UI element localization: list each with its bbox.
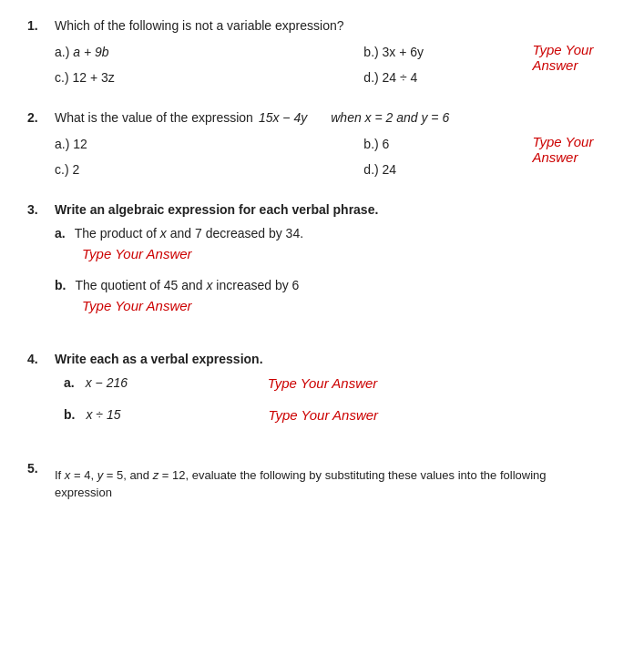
- q2-answer-button[interactable]: Type Your Answer: [532, 134, 617, 165]
- q3a-text: The product of x and 7 decreased by 34.: [75, 226, 303, 241]
- q1-number: 1.: [27, 18, 55, 88]
- q1-opt-c-val: 12 + 3z: [72, 70, 114, 85]
- q1-option-a: a.) a + 9b: [55, 42, 363, 62]
- q4b-label: b.: [64, 407, 75, 422]
- q3-sub-a: a. The product of x and 7 decreased by 3…: [55, 226, 617, 261]
- question-4: 4. Write each as a verbal expression. a.…: [27, 352, 617, 439]
- q1-content: Which of the following is not a variable…: [55, 18, 617, 88]
- q5-number: 5.: [27, 461, 55, 502]
- q2-opt-d-val: 24: [383, 162, 397, 177]
- q2-option-b: b.) 6: [363, 134, 532, 154]
- q2-option-c: c.) 2: [55, 159, 363, 179]
- q1-opt-c-label: c.): [55, 70, 69, 85]
- q1-opt-d-label: d.): [363, 70, 378, 85]
- question-1: 1. Which of the following is not a varia…: [27, 18, 617, 88]
- q2-option-d: d.) 24: [363, 159, 532, 179]
- q4a-label: a.: [64, 375, 75, 390]
- question-3: 3. Write an algebraic expression for eac…: [27, 202, 617, 330]
- q3a-answer-button[interactable]: Type Your Answer: [82, 246, 192, 261]
- q1-opt-b-label: b.): [363, 45, 378, 59]
- q4-content: Write each as a verbal expression. a. x …: [55, 352, 617, 439]
- q1-opt-a-val: a + 9b: [73, 45, 108, 59]
- q4a-expr: x − 216: [86, 375, 231, 390]
- q2-opt-a-label: a.): [55, 137, 69, 151]
- q3-title: Write an algebraic expression for each v…: [55, 202, 617, 217]
- q5-text: If x = 4, y = 5, and z = 12, evaluate th…: [55, 466, 617, 502]
- q2-option-a: a.) 12: [55, 134, 363, 154]
- q2-opt-c-val: 2: [72, 162, 79, 177]
- q3a-label: a.: [55, 226, 66, 241]
- q4-sub-a: a. x − 216 Type Your Answer: [55, 375, 617, 391]
- q3-number: 3.: [27, 202, 55, 330]
- q1-option-d: d.) 24 ÷ 4: [363, 67, 532, 87]
- q3b-label: b.: [55, 278, 66, 292]
- q2-expression: 15x − 4y: [259, 110, 307, 125]
- q3-content: Write an algebraic expression for each v…: [55, 202, 617, 330]
- q5-content: If x = 4, y = 5, and z = 12, evaluate th…: [55, 461, 617, 502]
- q4b-expr: x ÷ 15: [86, 407, 231, 422]
- q2-number: 2.: [27, 110, 55, 180]
- q1-opt-b-val: 3x + 6y: [383, 45, 424, 59]
- q1-option-b: b.) 3x + 6y: [363, 42, 532, 62]
- q1-opt-d-val: 24 ÷ 4: [383, 70, 418, 85]
- q2-opt-b-val: 6: [383, 137, 390, 151]
- q3b-answer-button[interactable]: Type Your Answer: [82, 298, 192, 313]
- question-2: 2. What is the value of the expression 1…: [27, 110, 617, 180]
- q1-answer-button[interactable]: Type Your Answer: [532, 42, 617, 73]
- q2-opt-c-label: c.): [55, 162, 69, 177]
- q1-option-c: c.) 12 + 3z: [55, 67, 363, 87]
- q2-opt-b-label: b.): [363, 137, 378, 151]
- q2-condition: when x = 2 and y = 6: [331, 110, 449, 125]
- q4-title: Write each as a verbal expression.: [55, 352, 617, 366]
- q4a-answer-button[interactable]: Type Your Answer: [268, 375, 378, 391]
- q4b-answer-button[interactable]: Type Your Answer: [268, 407, 378, 423]
- q4-sub-b: b. x ÷ 15 Type Your Answer: [55, 407, 617, 423]
- q2-opt-d-label: d.): [363, 162, 378, 177]
- q2-opt-a-val: 12: [73, 137, 87, 151]
- q1-opt-a-label: a.): [55, 45, 69, 59]
- q3b-text: The quotient of 45 and x increased by 6: [75, 278, 299, 292]
- q2-text: What is the value of the expression: [55, 110, 253, 125]
- question-5: 5. If x = 4, y = 5, and z = 12, evaluate…: [27, 461, 617, 502]
- q3-sub-b: b. The quotient of 45 and x increased by…: [55, 278, 617, 313]
- q2-content: What is the value of the expression 15x …: [55, 110, 617, 180]
- q4-number: 4.: [27, 352, 55, 439]
- q1-text: Which of the following is not a variable…: [55, 18, 617, 33]
